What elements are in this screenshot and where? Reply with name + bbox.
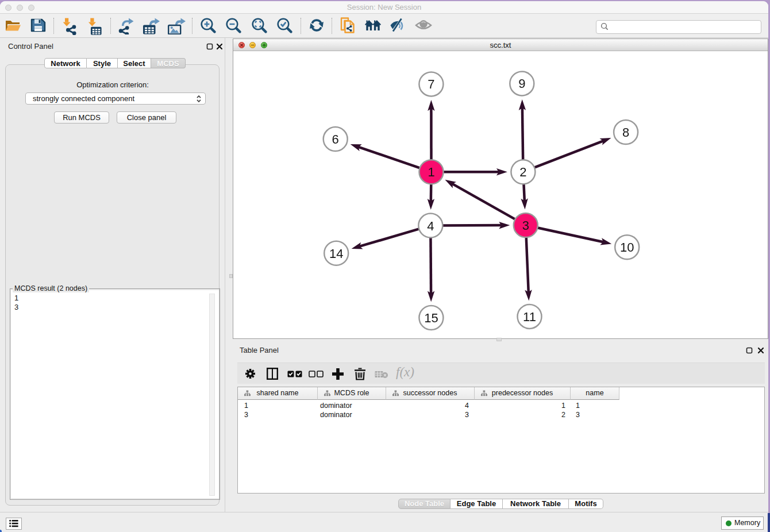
svg-text:4: 4: [427, 219, 434, 233]
svg-text:14: 14: [329, 246, 343, 261]
svg-text:15: 15: [424, 311, 438, 325]
svg-text:3: 3: [522, 218, 529, 233]
svg-text:8: 8: [622, 125, 629, 140]
svg-text:11: 11: [523, 310, 536, 324]
svg-text:10: 10: [620, 240, 634, 255]
svg-text:2: 2: [519, 165, 526, 179]
svg-text:7: 7: [428, 77, 434, 91]
svg-text:1: 1: [428, 165, 434, 179]
svg-text:6: 6: [332, 132, 339, 147]
svg-text:9: 9: [518, 76, 525, 91]
